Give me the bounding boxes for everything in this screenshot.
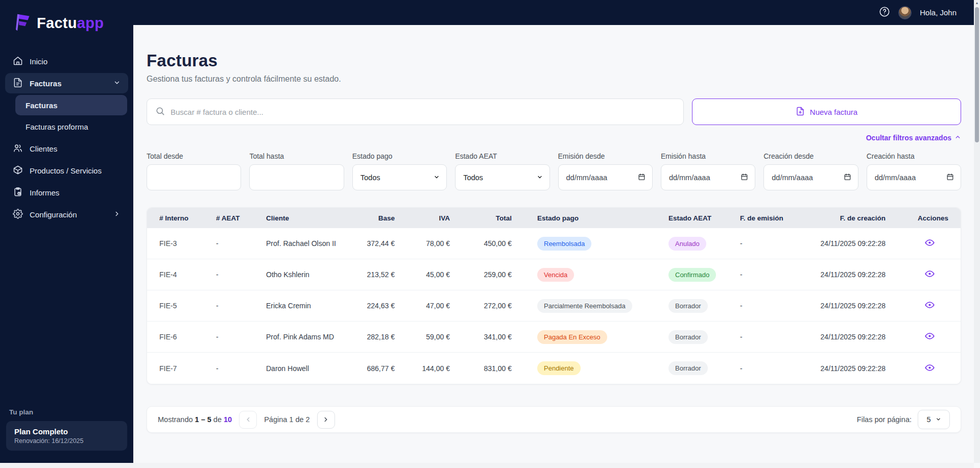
invoice-icon xyxy=(13,78,23,89)
cell-f-emision: - xyxy=(740,364,804,373)
estado-pago-badge: Vencida xyxy=(537,268,574,282)
sidebar-nav: Inicio Facturas Facturas xyxy=(0,50,133,226)
emision-desde-input[interactable]: dd/mm/aaaa xyxy=(558,164,653,190)
sidebar-item-configuracion[interactable]: Configuración xyxy=(5,204,128,225)
sidebar-item-productos[interactable]: Productos / Servicios xyxy=(5,160,128,181)
total-hasta-input[interactable] xyxy=(249,164,344,190)
plan-card[interactable]: Plan Completo Renovación: 16/12/2025 xyxy=(6,421,127,451)
scrollbar-thumb[interactable] xyxy=(975,7,979,142)
sidebar-subitem-facturas-proforma[interactable]: Facturas proforma xyxy=(15,116,127,137)
cell-interno: FIE-5 xyxy=(159,302,216,310)
cell-f-creacion: 24/11/2025 09:22:28 xyxy=(804,239,886,248)
total-desde-input[interactable] xyxy=(147,164,241,190)
estado-aeat-select[interactable]: Todos xyxy=(455,164,549,190)
search-row: Nueva factura xyxy=(147,98,961,125)
sidebar-item-label: Facturas xyxy=(30,79,62,88)
estado-pago-select[interactable]: Todos xyxy=(352,164,447,190)
sidebar-item-facturas[interactable]: Facturas xyxy=(5,73,128,93)
cell-base: 282,18 € xyxy=(354,333,395,341)
creacion-hasta-input[interactable]: dd/mm/aaaa xyxy=(867,164,961,190)
cell-f-emision: - xyxy=(740,333,804,341)
new-invoice-button[interactable]: Nueva factura xyxy=(692,98,961,125)
gear-icon xyxy=(13,209,23,220)
hide-filters-link[interactable]: Ocultar filtros avanzados xyxy=(866,134,961,142)
user-greeting: Hola, John xyxy=(920,8,957,17)
sidebar-subitem-facturas[interactable]: Facturas xyxy=(15,95,127,115)
horizontal-scrollbar[interactable] xyxy=(0,463,974,468)
filter-total-desde: Total desde xyxy=(147,152,241,190)
filter-emision-desde: Emisión desde dd/mm/aaaa xyxy=(558,152,653,190)
cell-iva: 144,00 € xyxy=(395,364,450,373)
help-icon xyxy=(879,6,890,19)
users-icon xyxy=(13,143,23,155)
cell-cliente: Daron Howell xyxy=(266,364,354,373)
table-row[interactable]: FIE-7 - Daron Howell 686,77 € 144,00 € 8… xyxy=(147,353,961,384)
plan-section: Tu plan Plan Completo Renovación: 16/12/… xyxy=(0,408,133,463)
cell-estado-pago: Parcialmente Reembolsada xyxy=(512,299,668,313)
chevron-down-icon xyxy=(434,174,440,182)
plan-name: Plan Completo xyxy=(14,427,119,436)
chevron-down-icon xyxy=(537,174,543,182)
table-body: FIE-3 - Prof. Rachael Olson II 372,44 € … xyxy=(147,228,961,384)
facturas-submenu: Facturas Facturas proforma xyxy=(0,95,133,137)
cell-iva: 47,00 € xyxy=(395,302,450,310)
estado-pago-badge: Pagada En Exceso xyxy=(537,330,607,344)
sidebar-item-clientes[interactable]: Clientes xyxy=(5,138,128,159)
sidebar-item-label: Clientes xyxy=(30,144,57,153)
cell-total: 259,00 € xyxy=(450,270,512,279)
chevron-right-icon xyxy=(113,210,121,219)
estado-pago-badge: Pendiente xyxy=(537,361,581,375)
view-invoice-button[interactable] xyxy=(923,299,936,313)
cell-cliente: Prof. Rachael Olson II xyxy=(266,239,354,248)
eye-icon xyxy=(924,304,935,312)
vertical-scrollbar[interactable]: ▲ xyxy=(974,0,980,463)
table-row[interactable]: FIE-6 - Prof. Pink Adams MD 282,18 € 59,… xyxy=(147,322,961,353)
sidebar-item-informes[interactable]: Informes xyxy=(5,182,128,203)
view-invoice-button[interactable] xyxy=(923,361,936,376)
rows-per-page-select[interactable]: 5 xyxy=(918,410,950,429)
cell-f-emision: - xyxy=(740,239,804,248)
estado-aeat-badge: Borrador xyxy=(668,330,708,344)
table-row[interactable]: FIE-5 - Ericka Cremin 224,63 € 47,00 € 2… xyxy=(147,290,961,322)
calendar-icon xyxy=(946,173,954,182)
search-input[interactable] xyxy=(171,108,675,116)
cell-f-creacion: 24/11/2025 09:22:28 xyxy=(804,302,886,310)
plan-title: Tu plan xyxy=(9,408,124,416)
estado-pago-badge: Reembolsada xyxy=(537,237,591,251)
sidebar: Factuapp Inicio Facturas xyxy=(0,0,133,463)
brand[interactable]: Factuapp xyxy=(0,0,133,34)
cell-acciones xyxy=(886,299,948,313)
estado-aeat-badge: Borrador xyxy=(668,361,708,375)
sidebar-item-label: Productos / Servicios xyxy=(30,166,102,175)
help-button[interactable] xyxy=(879,6,890,19)
invoices-table: # Interno # AEAT Cliente Base IVA Total … xyxy=(147,207,961,384)
cell-estado-aeat: Borrador xyxy=(668,361,740,375)
page-subtitle: Gestiona tus facturas y controla fácilme… xyxy=(147,75,961,84)
sidebar-item-inicio[interactable]: Inicio xyxy=(5,51,128,71)
cell-interno: FIE-3 xyxy=(159,239,216,248)
cell-base: 686,77 € xyxy=(354,364,395,373)
table-row[interactable]: FIE-4 - Otho Kshlerin 213,52 € 45,00 € 2… xyxy=(147,259,961,290)
filter-creacion-desde: Creación desde dd/mm/aaaa xyxy=(763,152,858,190)
chevron-down-icon xyxy=(113,79,121,88)
avatar[interactable] xyxy=(898,6,912,19)
creacion-desde-input[interactable]: dd/mm/aaaa xyxy=(763,164,858,190)
cell-aeat: - xyxy=(216,239,266,248)
table-row[interactable]: FIE-3 - Prof. Rachael Olson II 372,44 € … xyxy=(147,228,961,259)
emision-hasta-input[interactable]: dd/mm/aaaa xyxy=(661,164,755,190)
cell-interno: FIE-7 xyxy=(159,364,216,373)
sidebar-item-label: Configuración xyxy=(30,210,77,219)
view-invoice-button[interactable] xyxy=(923,330,936,344)
cell-estado-aeat: Borrador xyxy=(668,299,740,313)
brand-name: Factuapp xyxy=(37,15,104,32)
view-invoice-button[interactable] xyxy=(923,267,936,282)
cell-estado-pago: Pagada En Exceso xyxy=(512,330,668,344)
scroll-up-arrow[interactable]: ▲ xyxy=(974,1,980,5)
prev-page-button[interactable] xyxy=(239,411,257,429)
estado-pago-badge: Parcialmente Reembolsada xyxy=(537,299,632,313)
view-invoice-button[interactable] xyxy=(923,236,936,251)
cell-acciones xyxy=(886,330,948,344)
next-page-button[interactable] xyxy=(317,411,335,429)
eye-icon xyxy=(924,242,935,250)
calendar-icon xyxy=(844,173,851,182)
